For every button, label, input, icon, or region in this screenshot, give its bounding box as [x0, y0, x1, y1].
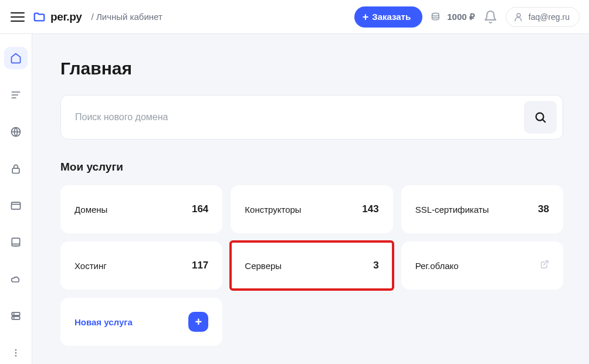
svg-rect-13 — [12, 317, 19, 319]
new-service-label: Новая услуга — [75, 317, 133, 327]
sidebar-item-lock[interactable] — [4, 158, 28, 180]
balance[interactable]: 1000 ₽ — [431, 11, 475, 23]
service-card-ssl[interactable]: SSL-сертификаты 38 — [401, 185, 563, 233]
lock-icon — [10, 163, 22, 175]
logo-text: рег.ру — [50, 11, 82, 23]
service-card-cloud[interactable]: Рег.облако — [401, 241, 563, 290]
svg-point-14 — [13, 314, 14, 315]
svg-point-16 — [15, 349, 17, 351]
page-title: Главная — [60, 59, 563, 79]
balance-amount: 1000 ₽ — [447, 12, 475, 22]
sidebar-item-home[interactable] — [4, 47, 28, 69]
service-card-builders[interactable]: Конструкторы 143 — [231, 185, 392, 233]
service-count: 38 — [538, 203, 549, 215]
section-title: Мои услуги — [60, 161, 563, 174]
search-button[interactable] — [524, 101, 557, 134]
new-service-card[interactable]: Новая услуга + — [60, 298, 222, 346]
service-count: 3 — [373, 260, 378, 271]
search-input[interactable] — [75, 112, 524, 123]
home-icon — [10, 52, 22, 64]
order-button[interactable]: + Заказать — [354, 6, 422, 28]
globe-icon — [10, 126, 22, 138]
sidebar-item-list[interactable] — [4, 84, 28, 106]
services-grid: Домены 164 Конструкторы 143 SSL-сертифик… — [60, 185, 563, 346]
svg-rect-9 — [12, 239, 19, 246]
search-icon — [534, 111, 547, 124]
service-count: 117 — [192, 260, 208, 271]
service-label: Рег.облако — [415, 261, 459, 271]
user-icon — [513, 12, 524, 22]
svg-point-17 — [15, 352, 17, 354]
user-menu[interactable]: faq@reg.ru — [506, 7, 580, 27]
sidebar-item-browser[interactable] — [4, 195, 28, 217]
svg-line-21 — [544, 261, 548, 265]
list-icon — [10, 89, 22, 101]
storage-icon — [10, 310, 22, 322]
order-button-label: Заказать — [372, 12, 411, 22]
search-box — [60, 95, 563, 140]
bell-icon[interactable] — [483, 10, 497, 24]
service-label: Хостинг — [75, 261, 107, 271]
svg-rect-7 — [12, 202, 21, 209]
sidebar-item-more[interactable] — [4, 342, 28, 365]
service-label: Серверы — [245, 261, 282, 271]
main-content: Главная Мои услуги Домены 164 Конструкто… — [32, 34, 589, 364]
sidebar-item-storage[interactable] — [4, 305, 28, 328]
svg-point-1 — [517, 13, 520, 17]
dots-icon — [10, 347, 22, 359]
breadcrumb: / Личный кабинет — [92, 12, 163, 22]
plus-icon: + — [363, 12, 369, 22]
user-email: faq@reg.ru — [529, 12, 570, 22]
service-count: 143 — [362, 203, 378, 215]
service-card-domains[interactable]: Домены 164 — [60, 185, 222, 233]
folder-icon — [33, 11, 46, 23]
server-icon — [10, 236, 22, 248]
sidebar-item-server[interactable] — [4, 232, 28, 254]
svg-line-20 — [543, 120, 545, 122]
svg-point-0 — [432, 13, 439, 16]
external-link-icon — [540, 260, 549, 271]
svg-rect-12 — [12, 312, 19, 315]
coins-icon — [431, 11, 442, 23]
service-card-servers[interactable]: Серверы 3 — [231, 241, 392, 290]
service-count: 164 — [192, 203, 208, 215]
browser-icon — [10, 200, 22, 212]
svg-point-15 — [13, 318, 14, 318]
service-label: Домены — [75, 205, 107, 215]
plus-icon: + — [188, 312, 208, 332]
svg-point-18 — [15, 355, 17, 357]
sidebar-item-globe[interactable] — [4, 121, 28, 143]
header: рег.ру / Личный кабинет + Заказать 1000 … — [0, 0, 589, 34]
service-label: SSL-сертификаты — [415, 205, 489, 215]
cloud-icon — [10, 273, 22, 285]
sidebar — [0, 34, 32, 364]
service-label: Конструкторы — [245, 205, 301, 215]
svg-rect-6 — [12, 168, 19, 173]
menu-icon[interactable] — [11, 10, 25, 24]
sidebar-item-cloud[interactable] — [4, 268, 28, 291]
service-card-hosting[interactable]: Хостинг 117 — [60, 241, 222, 290]
logo[interactable]: рег.ру — [33, 11, 82, 23]
